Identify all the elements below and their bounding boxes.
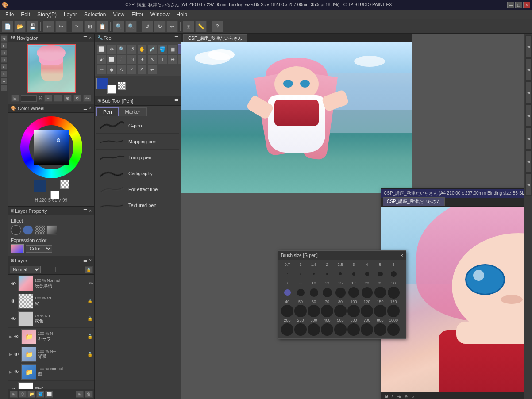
toolbar-redo[interactable]: ↪: [55, 21, 67, 32]
bs-dot-3[interactable]: [347, 268, 360, 280]
layer-add-folder[interactable]: 📁: [27, 391, 35, 398]
tool-eyedrop[interactable]: 💉: [147, 44, 157, 54]
nav-zoom-in-btn[interactable]: +: [54, 95, 62, 102]
tool-reference[interactable]: ↩: [147, 65, 157, 74]
nav-more-btn[interactable]: ⊕: [64, 95, 72, 102]
brush-size-close-btn[interactable]: ×: [401, 253, 403, 258]
layer-item-7[interactable]: 👁 用紙: [8, 381, 94, 389]
bs-dot-200[interactable]: [281, 323, 293, 336]
menu-edit[interactable]: Edit: [17, 11, 34, 19]
left-tb-btn-4[interactable]: ⊖: [1, 57, 7, 63]
toolbar-flip[interactable]: ⇔: [166, 21, 178, 32]
color-wheel[interactable]: [20, 116, 82, 178]
left-tb-btn-6[interactable]: ○: [1, 71, 7, 77]
toolbar-ruler[interactable]: 📏: [195, 21, 207, 32]
color-menu-icon[interactable]: ☰: [83, 106, 87, 111]
bs-dot-40[interactable]: [281, 305, 293, 317]
layer-collapse-6[interactable]: ▶: [9, 370, 12, 374]
nav-zoom-out-btn[interactable]: −: [44, 95, 52, 102]
bs-dot-7[interactable]: [281, 286, 293, 299]
left-tb-btn-3[interactable]: ⊕: [1, 50, 7, 56]
left-tb-btn-5[interactable]: ●: [1, 64, 7, 70]
navigator-close-icon[interactable]: ×: [89, 35, 92, 40]
bs-dot-500[interactable]: [334, 323, 347, 336]
frp-btn-6[interactable]: ◀: [525, 150, 532, 173]
frp-btn-3[interactable]: ◀: [525, 81, 532, 104]
sub-tool-menu-icon[interactable]: ☰: [174, 98, 178, 103]
layer-property-menu-icon[interactable]: ☰: [83, 208, 87, 213]
bs-dot-250[interactable]: [294, 323, 307, 336]
effect-btn-color[interactable]: [23, 225, 33, 235]
bs-dot-15[interactable]: [308, 268, 320, 280]
layer-blend-mode-select[interactable]: Normal Multiply Screen Overlay: [10, 266, 41, 273]
navigator-menu-icon[interactable]: ☰: [83, 35, 87, 40]
layer-item-2[interactable]: 👁 100 % Mul 皮 🔒: [8, 292, 94, 310]
menu-view[interactable]: View: [109, 11, 128, 19]
bs-dot-6[interactable]: [387, 268, 400, 280]
brush-item-mapping[interactable]: Mapping pen: [96, 134, 179, 150]
bs-dot-120[interactable]: [361, 305, 373, 317]
bs-dot-5[interactable]: [374, 268, 386, 280]
toolbar-rotate-left[interactable]: ↺: [142, 21, 153, 32]
nav-fit-btn[interactable]: ⊟: [11, 95, 19, 102]
layer-add-frame[interactable]: ⬜: [45, 391, 53, 398]
layer-eye-4[interactable]: 👁: [13, 334, 20, 339]
nav-rotate-btn[interactable]: ↺: [73, 95, 81, 102]
bs-dot-07[interactable]: [281, 268, 293, 280]
tool-transparent-swatch[interactable]: [118, 82, 126, 90]
minimize-button[interactable]: —: [507, 2, 514, 8]
toolbar-paste[interactable]: 📋: [96, 21, 108, 32]
tool-blend[interactable]: ∿: [147, 54, 157, 64]
toolbar-rotate-right[interactable]: ↻: [154, 21, 166, 32]
frp-btn-4[interactable]: ◀: [525, 104, 532, 127]
sub-tool-tab-pen[interactable]: Pen: [96, 107, 119, 116]
sub-tool-tab-marker[interactable]: Marker: [119, 107, 147, 116]
nav-zoom-input[interactable]: 18.0: [21, 95, 37, 102]
tool-menu-icon[interactable]: ☰: [174, 35, 178, 40]
canvas-area[interactable]: CSP_講座_秋津たいらさん: [181, 34, 524, 399]
menu-window[interactable]: Window: [147, 11, 173, 19]
menu-selection[interactable]: Selection: [81, 11, 109, 19]
bs-dot-600[interactable]: [347, 323, 360, 336]
tool-brush[interactable]: 🖌: [96, 54, 106, 64]
brush-item-textured[interactable]: Textured pen: [96, 197, 179, 213]
second-canvas-tab[interactable]: CSP_講座_秋津たいらさん: [383, 197, 445, 206]
maximize-button[interactable]: □: [515, 2, 522, 8]
bs-dot-1[interactable]: [294, 268, 307, 280]
tool-fill[interactable]: 🪣: [158, 44, 167, 54]
tool-gradient[interactable]: ▦: [168, 44, 177, 54]
tool-hand[interactable]: ✋: [137, 44, 147, 54]
toolbar-help[interactable]: ?: [212, 21, 223, 32]
color-saturation-box[interactable]: [34, 130, 69, 165]
layer-lock-btn[interactable]: 🔒: [85, 266, 93, 273]
tool-marquee[interactable]: ⬜: [96, 44, 106, 54]
second-status-icon1[interactable]: ⊕: [404, 394, 408, 399]
bs-dot-150[interactable]: [374, 305, 386, 317]
left-tb-btn-1[interactable]: ◀: [1, 35, 7, 42]
brush-item-effect[interactable]: For effect line: [96, 181, 179, 197]
foreground-color-swatch[interactable]: [34, 180, 46, 192]
frp-btn-2[interactable]: ◀: [525, 58, 532, 81]
layer-eye-6[interactable]: 👁: [13, 369, 20, 375]
menu-filter[interactable]: Filter: [128, 11, 147, 19]
tool-line[interactable]: ∕: [127, 65, 137, 74]
layer-property-close-icon[interactable]: ×: [89, 208, 92, 213]
layer-copy-btn[interactable]: ⊞: [76, 391, 84, 398]
canvas-tab-main[interactable]: CSP_講座_秋津たいらさん: [183, 34, 247, 42]
toolbar-zoom-out[interactable]: 🔍: [125, 21, 137, 32]
bs-dot-100[interactable]: [347, 305, 360, 317]
bs-dot-800[interactable]: [374, 323, 386, 336]
bs-dot-10[interactable]: [308, 286, 320, 299]
bs-dot-20[interactable]: [361, 286, 373, 299]
nav-flip-btn[interactable]: ⇔: [83, 95, 91, 102]
toolbar-cut[interactable]: ✂: [72, 21, 83, 32]
layer-eye-3[interactable]: 👁: [10, 316, 17, 322]
brush-item-calligraphy[interactable]: Calligraphy: [96, 165, 179, 181]
layer-eye-2[interactable]: 👁: [10, 299, 17, 304]
layer-item-5[interactable]: ▶ 👁 📁 100 % N··· 背景 🔒: [8, 345, 94, 363]
bs-dot-400[interactable]: [321, 323, 333, 336]
toolbar-grid[interactable]: ⊞: [183, 21, 194, 32]
layer-eye-5[interactable]: 👁: [13, 352, 20, 357]
bs-dot-12[interactable]: [321, 286, 333, 299]
tool-lasso[interactable]: ⊙: [127, 54, 137, 64]
